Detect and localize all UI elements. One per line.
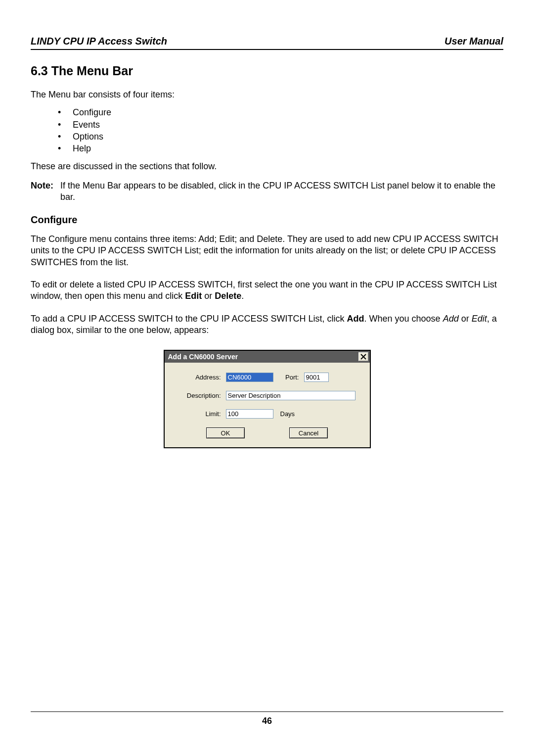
- address-input[interactable]: [226, 373, 273, 382]
- description-input[interactable]: [226, 391, 356, 400]
- header-right: User Manual: [445, 36, 503, 47]
- after-bullets: These are discussed in the sections that…: [31, 161, 503, 172]
- page-number: 46: [262, 716, 272, 726]
- note-label: Note:: [31, 180, 60, 203]
- list-item: Configure: [63, 106, 503, 118]
- list-item: Options: [63, 131, 503, 142]
- close-button[interactable]: [358, 352, 368, 361]
- header-left: LINDY CPU IP Access Switch: [31, 36, 167, 47]
- port-label: Port:: [280, 374, 304, 381]
- days-label: Days: [273, 410, 295, 418]
- cancel-button[interactable]: Cancel: [289, 427, 328, 438]
- address-label: Address:: [172, 374, 226, 381]
- configure-p1: The Configure menu contains three items:…: [31, 234, 503, 268]
- page-footer: 46: [31, 711, 503, 726]
- page-header: LINDY CPU IP Access Switch User Manual: [31, 36, 503, 50]
- configure-p2: To edit or delete a listed CPU IP ACCESS…: [31, 279, 503, 302]
- note-block: Note: If the Menu Bar appears to be disa…: [31, 180, 503, 203]
- close-icon: [360, 354, 366, 360]
- list-item: Help: [63, 142, 503, 154]
- limit-input[interactable]: [226, 409, 273, 419]
- description-label: Description:: [172, 392, 226, 399]
- configure-p3: To add a CPU IP ACCESS SWITCH to the CPU…: [31, 313, 503, 336]
- note-text: If the Menu Bar appears to be disabled, …: [60, 180, 503, 203]
- ok-button[interactable]: OK: [206, 427, 245, 438]
- add-server-dialog: Add a CN6000 Server Address: Port: Descr…: [164, 350, 371, 448]
- intro-text: The Menu bar consists of four items:: [31, 89, 503, 100]
- limit-label: Limit:: [172, 410, 226, 418]
- list-item: Events: [63, 119, 503, 131]
- dialog-title: Add a CN6000 Server: [168, 353, 238, 361]
- menu-list: Configure Events Options Help: [31, 106, 503, 154]
- section-title: 6.3 The Menu Bar: [31, 64, 503, 78]
- dialog-titlebar: Add a CN6000 Server: [165, 351, 370, 363]
- port-input[interactable]: [304, 373, 329, 382]
- subsection-title: Configure: [31, 214, 503, 226]
